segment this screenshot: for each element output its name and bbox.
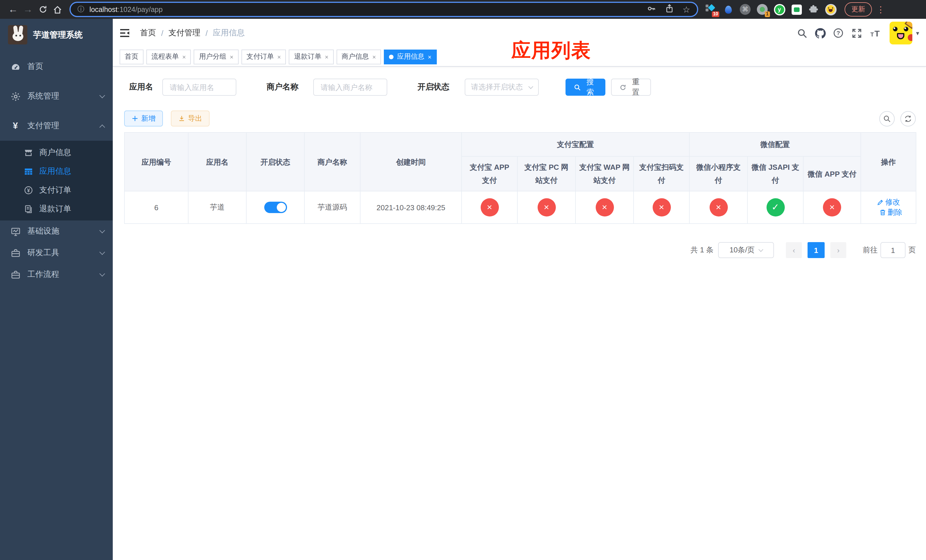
hide-search-button[interactable]	[879, 111, 895, 126]
avatar[interactable]	[890, 22, 912, 44]
browser-menu-icon[interactable]: ⋮	[876, 4, 884, 15]
profile-avatar-icon[interactable]	[825, 3, 837, 15]
extension-y-icon[interactable]: y	[773, 3, 785, 15]
col-app-name: 应用名	[188, 132, 246, 191]
fullscreen-icon[interactable]	[848, 24, 866, 42]
extension-command-icon[interactable]: ⌘	[739, 3, 751, 15]
annotation-title: 应用列表	[511, 41, 591, 60]
browser-toolbar: ← → ⓘ localhost:1024/pay/app ☆	[0, 0, 926, 19]
next-page-button[interactable]: ›	[830, 242, 846, 258]
github-icon[interactable]	[811, 24, 829, 42]
merchant-name-input[interactable]	[313, 79, 387, 96]
share-icon[interactable]	[665, 4, 673, 15]
status-circle: ×	[823, 198, 841, 216]
cell-merchant: 芋道源码	[304, 191, 360, 224]
sidebar-item-pay-orders[interactable]: ¥ 支付订单	[0, 180, 113, 200]
col-group-alipay: 支付宝配置	[461, 132, 689, 156]
extension-balloon-icon[interactable]	[722, 3, 734, 15]
extension-recorder-icon[interactable]: 1	[756, 3, 768, 15]
status-toggle[interactable]	[264, 202, 287, 213]
reset-button[interactable]: 重置	[611, 79, 651, 96]
sidebar-item-dev-tools[interactable]: 研发工具	[0, 242, 113, 264]
tab-refund-order[interactable]: 退款订单×	[289, 49, 334, 64]
password-key-icon[interactable]	[647, 4, 656, 15]
extensions-puzzle-icon[interactable]	[808, 3, 820, 15]
add-button[interactable]: 新增	[124, 110, 163, 127]
col-wechat-jsapi: 微信 JSAPI 支付	[747, 156, 803, 191]
font-size-icon[interactable]: TT	[866, 24, 884, 42]
close-icon[interactable]: ×	[325, 53, 328, 60]
refresh-button[interactable]	[900, 111, 916, 126]
extension-chat-icon[interactable]	[790, 3, 802, 15]
close-icon[interactable]: ×	[277, 53, 281, 60]
chrome-update-button[interactable]: 更新	[844, 2, 872, 17]
export-button[interactable]: 导出	[171, 110, 210, 127]
edit-link[interactable]: 修改	[877, 197, 900, 207]
back-icon[interactable]: ←	[6, 2, 21, 17]
app-name-input[interactable]	[162, 79, 236, 96]
delete-link[interactable]: 删除	[879, 207, 902, 218]
status-circle: ×	[537, 198, 555, 216]
documents-icon	[22, 204, 35, 213]
tab-app-info[interactable]: 应用信息×	[384, 49, 437, 64]
close-icon[interactable]: ×	[230, 53, 233, 60]
url-bar[interactable]: ⓘ localhost:1024/pay/app ☆	[70, 2, 698, 17]
bookmark-star-icon[interactable]: ☆	[682, 4, 690, 15]
search-icon[interactable]	[793, 24, 811, 42]
chevron-down-icon	[99, 271, 105, 276]
cell-wechat-jsapi-status: ✓	[747, 191, 803, 224]
close-icon[interactable]: ×	[182, 53, 186, 60]
chevron-down-icon	[99, 92, 105, 98]
page-number-1[interactable]: 1	[808, 242, 825, 258]
close-icon[interactable]: ×	[372, 53, 376, 60]
site-info-icon[interactable]: ⓘ	[77, 5, 84, 14]
sidebar-item-workflow[interactable]: 工作流程	[0, 264, 113, 285]
cell-alipay-pc-status: ×	[517, 191, 575, 224]
toolbox-icon	[9, 270, 22, 279]
status-select[interactable]: 请选择开启状态	[465, 79, 539, 96]
sidebar-item-infrastructure[interactable]: 基础设施	[0, 221, 113, 242]
tab-process-form[interactable]: 流程表单×	[146, 49, 191, 64]
breadcrumb-home[interactable]: 首页	[140, 28, 156, 38]
help-icon[interactable]: ?	[829, 24, 848, 42]
pagination-total: 共 1 条	[690, 245, 714, 255]
col-created: 创建时间	[360, 132, 461, 191]
col-alipay-wap: 支付宝 WAP 网站支付	[575, 156, 634, 191]
search-button[interactable]: 搜索	[566, 79, 605, 96]
sidebar-collapse-icon[interactable]	[120, 28, 131, 38]
sidebar-item-merchant-info[interactable]: 商户信息	[0, 143, 113, 162]
goto-page-input[interactable]	[881, 242, 905, 258]
svg-text:?: ?	[837, 30, 840, 36]
sidebar-item-system[interactable]: 系统管理	[0, 82, 113, 111]
page-content: 应用名 商户名称 开启状态 请选择开启状态 搜索 重置	[113, 79, 926, 258]
col-app-id: 应用编号	[124, 132, 188, 191]
tab-home[interactable]: 首页	[120, 49, 144, 64]
extension-icon-1[interactable]: 10	[705, 3, 717, 15]
prev-page-button[interactable]: ‹	[786, 242, 802, 258]
sidebar-item-app-info[interactable]: 应用信息	[0, 162, 113, 180]
sidebar: 芋道管理系统 首页 系统管理 ¥ 支付管	[0, 19, 113, 560]
page-size-select[interactable]: 10条/页	[718, 242, 774, 258]
sidebar-item-refund-orders[interactable]: 退款订单	[0, 200, 113, 218]
search-form: 应用名 商户名称 开启状态 请选择开启状态 搜索 重置	[124, 79, 916, 96]
home-icon[interactable]	[50, 2, 65, 17]
status-circle: ✓	[766, 198, 784, 216]
app-logo-row[interactable]: 芋道管理系统	[0, 19, 113, 51]
cell-app-name: 芋道	[188, 191, 246, 224]
reload-icon[interactable]	[35, 2, 50, 17]
tab-user-group[interactable]: 用户分组×	[194, 49, 239, 64]
app-name-label: 应用名	[129, 82, 153, 92]
goto-label: 前往	[863, 245, 878, 255]
col-alipay-qr: 支付宝扫码支付	[634, 156, 689, 191]
cell-status	[246, 191, 304, 224]
sidebar-item-home[interactable]: 首页	[0, 52, 113, 82]
tab-merchant-info[interactable]: 商户信息×	[337, 49, 381, 64]
tab-pay-order[interactable]: 支付订单×	[242, 49, 286, 64]
yen-icon: ¥	[9, 121, 22, 131]
close-icon[interactable]: ×	[428, 53, 431, 60]
caret-down-icon[interactable]: ▾	[916, 29, 919, 37]
breadcrumb-payment[interactable]: 支付管理	[169, 28, 200, 38]
forward-icon[interactable]: →	[21, 2, 35, 17]
svg-text:¥: ¥	[27, 188, 30, 193]
sidebar-item-payment[interactable]: ¥ 支付管理	[0, 111, 113, 141]
